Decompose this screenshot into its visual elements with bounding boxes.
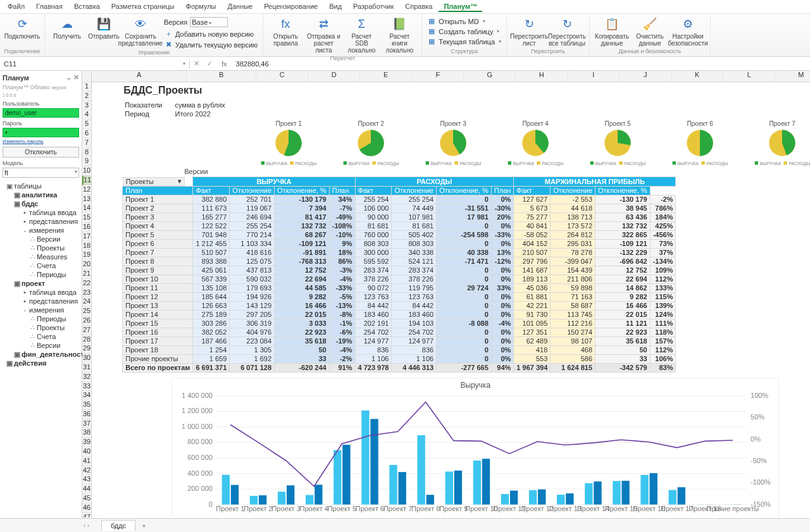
svg-rect-51 <box>427 495 434 504</box>
tree-node[interactable]: ∴Проекты <box>3 323 79 332</box>
fx-icon[interactable]: fx <box>216 60 232 68</box>
menu-bar: ФайлГлавнаяВставкаРазметка страницыФорму… <box>0 0 810 14</box>
formula-input[interactable]: 382880,46 <box>232 59 810 69</box>
svg-text:-50%: -50% <box>751 456 767 464</box>
ribbon-button[interactable]: ☁Получить <box>49 15 85 48</box>
tree-node[interactable]: ▣таблицы <box>3 182 79 190</box>
ribbon-button[interactable]: 📋Копировать данные <box>594 15 630 48</box>
report-title: БДДС_Проекты <box>123 85 810 96</box>
tree-node[interactable]: -измерения <box>3 306 79 314</box>
password-input[interactable]: • <box>3 128 79 137</box>
ribbon-group-recalc: fxОткрыть правила⇄Отправка и расчет лист… <box>263 14 422 56</box>
delete-version-button[interactable]: ✖Удалить текущую версию <box>163 40 259 49</box>
tree-node[interactable]: ∴Версии <box>3 341 79 350</box>
ribbon-button[interactable]: 💾Отправить <box>85 15 122 48</box>
ribbon-button[interactable]: ⇄Отправка и расчет листа <box>305 15 342 55</box>
tree-node[interactable]: •представления <box>3 297 79 306</box>
menu-item[interactable]: Разметка страницы <box>106 1 180 12</box>
svg-rect-29 <box>222 474 230 504</box>
menu-item[interactable]: Формулы <box>181 1 221 12</box>
row-headers: 1234567891011121314151617181920212223242… <box>82 71 92 517</box>
svg-rect-77 <box>669 490 676 504</box>
cancel-icon[interactable]: ✕ <box>190 59 203 68</box>
menu-item[interactable]: Планум™ <box>439 1 482 12</box>
ribbon-group-data-security: 📋Копировать данные🧹Очистить данные⚙Настр… <box>590 14 711 56</box>
tree-node[interactable]: ∴Measures <box>3 252 79 261</box>
tree-node[interactable]: •таблица ввода <box>3 288 79 297</box>
menu-item[interactable]: Справка <box>400 1 437 12</box>
svg-rect-72 <box>622 481 630 505</box>
svg-rect-57 <box>482 459 490 504</box>
ribbon-button[interactable]: ↻Перестроить лист <box>511 15 547 48</box>
svg-text:Прочие проекты: Прочие проекты <box>707 504 759 512</box>
svg-rect-59 <box>501 494 509 505</box>
svg-rect-66 <box>566 493 573 505</box>
tree-node[interactable]: ∴Счета <box>3 332 79 341</box>
tree-node[interactable]: ∴Счета <box>3 261 79 270</box>
menu-item[interactable]: Файл <box>3 1 30 12</box>
menu-item[interactable]: Рецензирование <box>259 1 323 12</box>
tree-node[interactable]: ▣проект <box>3 279 79 288</box>
ribbon-button[interactable]: ↻Перестроить все таблицы <box>549 15 585 48</box>
tree-node[interactable]: ▣аналитика <box>3 190 79 199</box>
ribbon-button[interactable]: 👁Сохранить представление <box>122 15 159 48</box>
tree-node[interactable]: ▣бддс <box>3 199 79 208</box>
svg-rect-38 <box>306 495 313 504</box>
model-select[interactable]: ft▾ <box>3 168 79 178</box>
menu-item[interactable]: Данные <box>222 1 258 12</box>
disconnect-button[interactable]: Отключить <box>3 147 79 158</box>
svg-text:Проект 4: Проект 4 <box>300 504 328 512</box>
tree-node[interactable]: ▣действия <box>3 359 79 368</box>
ribbon-button[interactable]: 🧹Очистить данные <box>632 15 668 48</box>
tree-node[interactable]: •таблица ввода <box>3 208 79 217</box>
svg-rect-41 <box>333 450 341 504</box>
projects-filter[interactable]: Проекты▾ <box>123 177 185 186</box>
ribbon-button[interactable]: ⟳Подключить <box>4 15 40 41</box>
ribbon-small-button[interactable]: ▦Текущая таблица▾ <box>426 37 502 46</box>
tree-node[interactable]: ∴Проекты <box>3 244 79 252</box>
svg-text:100%: 100% <box>751 391 768 399</box>
svg-rect-71 <box>613 481 621 504</box>
tree-node[interactable]: ▣фин_деятельность <box>3 350 79 359</box>
menu-item[interactable]: Разработчик <box>348 1 399 12</box>
name-box[interactable]: C11 <box>4 60 16 68</box>
model-tree: ▣таблицы▣аналитика▣бддс•таблица ввода•пр… <box>3 182 79 368</box>
username-input[interactable]: demo_user <box>3 108 79 118</box>
tree-node[interactable]: -измерения <box>3 226 79 235</box>
ribbon-group-structure: ▦Открыть MD▾▦Создать таблицу▾▦Текущая та… <box>422 14 507 56</box>
svg-text:Проект 3: Проект 3 <box>272 504 301 512</box>
close-icon[interactable]: ✕ <box>73 73 79 81</box>
tree-node[interactable]: •представления <box>3 217 79 226</box>
panel-title: Планум <box>3 74 29 82</box>
ribbon-group-connection: ⟳ПодключитьПодключение <box>0 14 45 56</box>
svg-text:Проект 6: Проект 6 <box>356 504 384 512</box>
collapse-icon[interactable]: ⌄ <box>66 73 72 81</box>
svg-rect-62 <box>529 490 537 504</box>
ribbon-button[interactable]: ΣРасчет SDB локально <box>343 15 380 55</box>
menu-item[interactable]: Главная <box>31 1 68 12</box>
revenue-chart: Выручка 0200 000400 000600 000800 0001 0… <box>171 378 779 518</box>
change-password-link[interactable]: Изменить пароль <box>3 139 79 144</box>
tree-node[interactable]: ∴Версии <box>3 235 79 244</box>
svg-text:800 000: 800 000 <box>187 438 213 445</box>
ribbon-small-button[interactable]: ▦Создать таблицу▾ <box>426 27 502 36</box>
ribbon-group-rebuild: ↻Перестроить лист↻Перестроить все таблиц… <box>507 14 590 56</box>
svg-rect-65 <box>557 495 564 505</box>
tree-node[interactable]: ∴Периоды <box>3 270 79 279</box>
ribbon-button[interactable]: 📗Расчет книги локально <box>381 15 418 55</box>
tree-node[interactable]: ∴Периоды <box>3 314 79 323</box>
svg-text:Проект 5: Проект 5 <box>328 504 356 512</box>
menu-item[interactable]: Вид <box>324 1 347 12</box>
svg-rect-54 <box>454 470 462 504</box>
ribbon-small-button[interactable]: ▦Открыть MD▾ <box>426 16 502 26</box>
ribbon-button[interactable]: fxОткрыть правила <box>267 15 304 48</box>
ribbon-button[interactable]: ⚙Настройки безопасности <box>670 15 706 48</box>
add-version-button[interactable]: ＋Добавить новую версию <box>163 28 259 39</box>
version-select[interactable]: Base▾ <box>190 17 228 27</box>
enter-icon[interactable]: ✓ <box>203 59 216 68</box>
svg-rect-63 <box>538 489 545 504</box>
svg-rect-35 <box>278 492 285 504</box>
svg-rect-75 <box>650 473 657 504</box>
spreadsheet-grid: 1234567891011121314151617181920212223242… <box>82 71 810 517</box>
menu-item[interactable]: Вставка <box>69 1 105 12</box>
